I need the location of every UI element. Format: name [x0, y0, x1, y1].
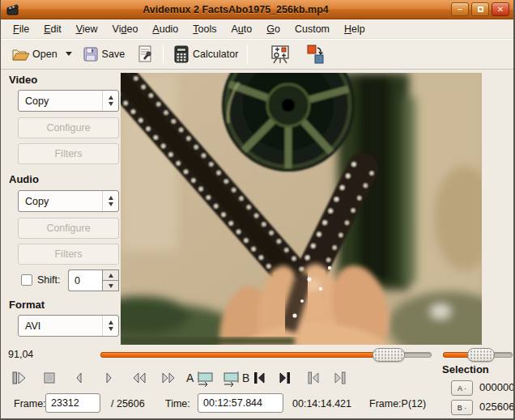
presentation-board-icon — [270, 44, 291, 65]
frame-label: Frame: — [14, 398, 46, 409]
marker-a-value: 000000 — [479, 381, 514, 393]
previous-keyframe-button[interactable] — [304, 367, 325, 388]
join-segments-icon — [305, 43, 326, 66]
avidemux-window: Avidemux 2 FactsAbo1975_256kb.mp4 – ✕ Fi… — [0, 0, 515, 420]
maximize-button[interactable] — [471, 2, 489, 16]
audio-codec-select[interactable]: Copy — [18, 190, 119, 212]
audio-section-title: Audio — [9, 173, 39, 185]
play-button[interactable] — [8, 367, 29, 388]
marker-b-value: 025606 — [479, 401, 514, 413]
open-folder-icon — [11, 45, 30, 63]
time-label: Time: — [165, 398, 190, 409]
video-codec-select[interactable]: Copy — [18, 90, 119, 112]
arrow-right-bar-gray-icon — [330, 369, 348, 387]
rewind-button[interactable] — [129, 367, 150, 388]
double-arrow-left-icon — [130, 369, 149, 387]
goto-last-frame-button[interactable] — [274, 367, 295, 388]
shift-checkbox[interactable] — [21, 274, 32, 286]
time-input[interactable] — [198, 393, 283, 413]
menu-help[interactable]: Help — [337, 21, 372, 37]
shift-value-input[interactable] — [68, 269, 102, 291]
format-select[interactable]: AVI — [18, 315, 119, 337]
bar-arrow-left-black-icon — [251, 369, 269, 387]
selection-slider[interactable] — [443, 348, 513, 362]
save-button[interactable]: Save — [79, 43, 129, 66]
menu-edit[interactable]: Edit — [36, 21, 69, 37]
svg-text:A: A — [186, 371, 194, 384]
svg-text:B: B — [242, 371, 249, 384]
open-button[interactable]: Open — [7, 43, 61, 66]
close-button[interactable]: ✕ — [492, 2, 509, 16]
video-filters-button[interactable]: Filters — [18, 143, 119, 164]
toolbar-separator — [163, 45, 164, 64]
video-configure-button[interactable]: Configure — [18, 117, 119, 138]
menubar: FileEditViewVideoAudioToolsAutoGoCustomH… — [1, 19, 513, 39]
selection-handle[interactable] — [467, 348, 495, 362]
arrow-left-icon — [70, 369, 88, 387]
document-info-icon — [136, 45, 154, 64]
combo-arrows-icon — [102, 191, 118, 211]
menu-custom[interactable]: Custom — [287, 21, 337, 37]
position-percent-label: 91,04 — [8, 349, 33, 360]
previous-frame-button[interactable] — [69, 367, 90, 388]
append-button[interactable] — [302, 40, 330, 68]
set-marker-b-button[interactable]: B — [221, 367, 253, 388]
calculator-button[interactable]: Calculator — [169, 42, 241, 66]
goto-first-frame-button[interactable] — [249, 367, 270, 388]
stop-button[interactable] — [39, 367, 60, 388]
timeline-handle[interactable] — [372, 348, 405, 362]
selection-title: Selection — [442, 363, 489, 375]
sidebar: Video Copy Configure Filters Audio Copy … — [1, 70, 121, 346]
menu-audio[interactable]: Audio — [145, 21, 185, 37]
whiteboard-button[interactable] — [266, 41, 294, 67]
menu-video[interactable]: Video — [105, 21, 146, 37]
combo-arrows-icon — [102, 316, 118, 336]
audio-configure-button[interactable]: Configure — [18, 218, 119, 239]
audio-codec-value: Copy — [19, 196, 102, 207]
audio-filters-button[interactable]: Filters — [18, 244, 119, 265]
calculator-label: Calculator — [193, 49, 238, 60]
toolbar-separator — [247, 45, 248, 64]
fast-forward-button[interactable] — [158, 367, 179, 388]
mark-b-icon: B — [221, 368, 253, 388]
menu-go[interactable]: Go — [259, 21, 287, 37]
play-icon — [10, 369, 28, 387]
goto-marker-b-button[interactable]: B · — [451, 400, 473, 415]
double-arrow-right-icon — [159, 369, 178, 387]
minimize-button[interactable]: – — [451, 2, 469, 16]
format-section-title: Format — [9, 299, 45, 311]
window-title: Avidemux 2 FactsAbo1975_256kb.mp4 — [20, 4, 451, 15]
frame-type-label: Frame:P(12) — [369, 398, 426, 409]
timeline-slider[interactable] — [100, 348, 432, 362]
menu-view[interactable]: View — [69, 21, 105, 37]
stop-icon — [40, 369, 58, 387]
open-label: Open — [32, 49, 57, 60]
mark-a-icon: A — [185, 368, 218, 388]
menu-auto[interactable]: Auto — [224, 21, 260, 37]
maximize-square-icon — [478, 6, 483, 12]
video-codec-value: Copy — [19, 95, 102, 107]
duration-label: 00:14:14.421 — [292, 398, 351, 409]
set-marker-a-button[interactable]: A — [185, 367, 218, 388]
shift-spin-up-button[interactable] — [102, 269, 119, 281]
arrow-right-bar-black-icon — [275, 369, 293, 387]
frame-input[interactable] — [45, 393, 100, 413]
calculator-icon — [172, 45, 190, 64]
shift-spin-down-button[interactable] — [102, 281, 119, 291]
next-keyframe-button[interactable] — [329, 367, 350, 388]
arrow-right-icon — [100, 369, 117, 387]
menu-tools[interactable]: Tools — [185, 21, 223, 37]
shift-spinbox[interactable] — [68, 269, 119, 291]
next-frame-button[interactable] — [98, 367, 119, 388]
timeline-fill — [100, 352, 389, 358]
menu-file[interactable]: File — [6, 21, 36, 37]
titlebar[interactable]: Avidemux 2 FactsAbo1975_256kb.mp4 – ✕ — [1, 0, 513, 19]
shift-label: Shift: — [37, 274, 61, 286]
open-dropdown-caret-icon[interactable] — [66, 52, 72, 56]
video-section-title: Video — [9, 74, 37, 86]
total-frames-label: / 25606 — [111, 398, 145, 409]
app-clapperboard-icon — [6, 3, 20, 16]
goto-marker-a-button[interactable]: A · — [451, 380, 473, 396]
information-button[interactable] — [133, 42, 157, 66]
transport-controls: AB — [1, 366, 442, 390]
